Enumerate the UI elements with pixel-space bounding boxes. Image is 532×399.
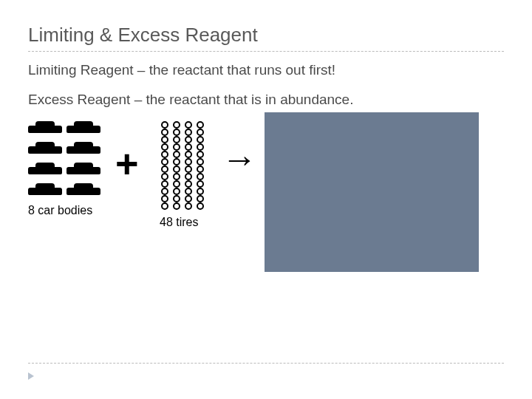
car-icon <box>28 163 62 177</box>
footer-rule <box>28 363 504 364</box>
tire-icon <box>161 121 168 129</box>
definitions: Limiting Reagent – the reactant that run… <box>28 62 504 108</box>
tire-icon <box>173 202 180 210</box>
equation-diagram: 8 car bodies + 48 tires → <box>28 121 504 291</box>
tire-icon <box>161 195 168 202</box>
tire-icon <box>185 143 192 151</box>
tire-icon <box>173 188 180 195</box>
arrow-icon: → <box>222 142 257 177</box>
tire-icon <box>173 195 180 202</box>
tire-icon <box>197 151 204 158</box>
car-icon <box>28 142 62 157</box>
tire-icon <box>161 151 168 158</box>
tire-icon <box>185 202 192 210</box>
footer-bullet-icon <box>28 372 34 380</box>
tire-icon <box>197 195 204 202</box>
tires-grid <box>161 121 207 210</box>
tire-icon <box>161 129 168 136</box>
product-placeholder-box <box>265 112 479 272</box>
tire-icon <box>185 195 192 202</box>
tire-icon <box>173 151 180 158</box>
tire-icon <box>185 166 192 173</box>
tire-icon <box>185 173 192 180</box>
car-icon <box>66 163 100 177</box>
tire-icon <box>161 180 168 188</box>
tire-icon <box>197 143 204 151</box>
cars-label: 8 car bodies <box>28 204 92 217</box>
tire-icon <box>185 188 192 195</box>
excess-definition: Excess Reagent – the reactant that is in… <box>28 92 504 108</box>
car-bodies-grid <box>28 121 100 201</box>
tires-label: 48 tires <box>160 216 198 229</box>
tire-icon <box>197 129 204 136</box>
tire-icon <box>185 136 192 143</box>
tire-icon <box>173 121 180 129</box>
slide: Limiting & Excess Reagent Limiting Reage… <box>0 0 532 291</box>
tire-icon <box>197 180 204 188</box>
tire-icon <box>173 166 180 173</box>
tire-icon <box>161 188 168 195</box>
tire-icon <box>173 158 180 166</box>
tire-icon <box>197 173 204 180</box>
tire-icon <box>173 143 180 151</box>
car-icon <box>66 121 100 136</box>
tire-icon <box>185 180 192 188</box>
tire-icon <box>173 173 180 180</box>
car-icon <box>28 121 62 136</box>
car-icon <box>28 183 62 198</box>
tire-icon <box>173 180 180 188</box>
tire-icon <box>185 151 192 158</box>
tire-icon <box>161 173 168 180</box>
limiting-definition: Limiting Reagent – the reactant that run… <box>28 62 504 78</box>
tire-icon <box>197 136 204 143</box>
plus-icon: + <box>115 143 139 183</box>
tire-icon <box>173 129 180 136</box>
tire-icon <box>161 202 168 210</box>
tire-icon <box>197 202 204 210</box>
tire-icon <box>197 166 204 173</box>
tire-icon <box>161 136 168 143</box>
tire-icon <box>185 158 192 166</box>
tire-icon <box>161 143 168 151</box>
car-icon <box>66 142 100 157</box>
tire-icon <box>197 188 204 195</box>
tire-icon <box>161 166 168 173</box>
tire-icon <box>197 158 204 166</box>
tire-icon <box>185 121 192 129</box>
tire-icon <box>197 121 204 129</box>
car-icon <box>66 183 100 198</box>
slide-title: Limiting & Excess Reagent <box>28 24 504 52</box>
tire-icon <box>185 129 192 136</box>
tire-icon <box>161 158 168 166</box>
tire-icon <box>173 136 180 143</box>
